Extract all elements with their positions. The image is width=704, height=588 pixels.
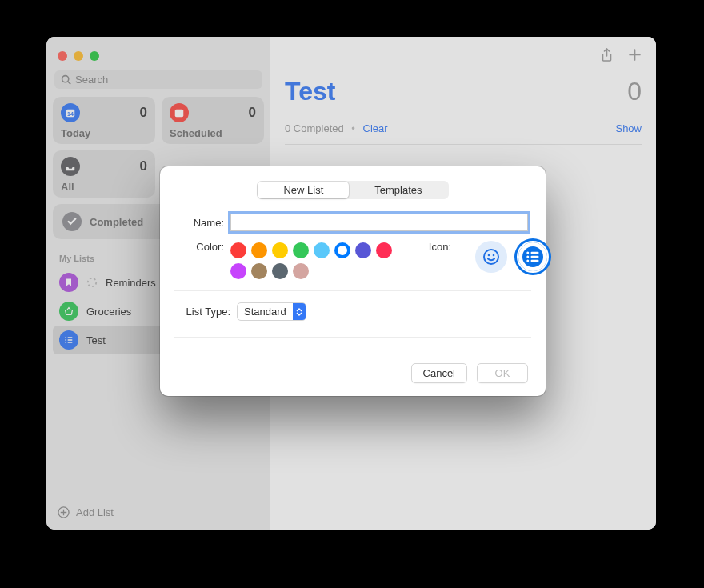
- color-swatch[interactable]: [230, 242, 246, 258]
- svg-rect-22: [531, 260, 539, 262]
- color-swatch[interactable]: [230, 263, 246, 279]
- ok-button[interactable]: OK: [477, 363, 528, 383]
- color-swatch[interactable]: [355, 242, 371, 258]
- smiley-icon: [482, 247, 501, 266]
- tab-templates[interactable]: Templates: [349, 182, 447, 198]
- color-swatch[interactable]: [251, 242, 267, 258]
- svg-point-16: [493, 254, 495, 257]
- icon-label: Icon:: [419, 241, 451, 273]
- color-swatch[interactable]: [272, 263, 288, 279]
- chevron-updown-icon: [293, 303, 306, 320]
- svg-rect-21: [531, 256, 539, 258]
- color-swatches: [230, 242, 406, 279]
- list-type-select[interactable]: Standard: [237, 302, 306, 321]
- color-swatch[interactable]: [314, 242, 330, 258]
- svg-point-19: [526, 260, 529, 262]
- icon-picker-emoji[interactable]: [475, 241, 507, 273]
- svg-point-15: [488, 254, 490, 257]
- color-swatch[interactable]: [272, 242, 288, 258]
- color-swatch[interactable]: [293, 242, 309, 258]
- color-swatch[interactable]: [376, 242, 392, 258]
- svg-point-17: [526, 252, 529, 254]
- new-list-dialog: New List Templates Name: Color:: [160, 166, 546, 396]
- tab-new-list[interactable]: New List: [258, 182, 349, 198]
- name-input[interactable]: [230, 214, 528, 231]
- svg-point-18: [526, 256, 529, 258]
- svg-rect-20: [531, 252, 539, 254]
- name-label: Name:: [178, 217, 224, 229]
- list-type-label: List Type:: [178, 306, 230, 318]
- list-type-value: Standard: [238, 303, 293, 320]
- color-swatch[interactable]: [293, 263, 309, 279]
- svg-point-14: [484, 250, 498, 264]
- tab-bar: New List Templates: [178, 181, 528, 199]
- color-swatch-selected[interactable]: [334, 242, 350, 258]
- color-swatch[interactable]: [251, 263, 267, 279]
- color-label: Color:: [178, 241, 224, 279]
- list-lines-icon: [525, 249, 541, 265]
- cancel-button[interactable]: Cancel: [411, 363, 467, 383]
- icon-picker-list[interactable]: [517, 241, 549, 273]
